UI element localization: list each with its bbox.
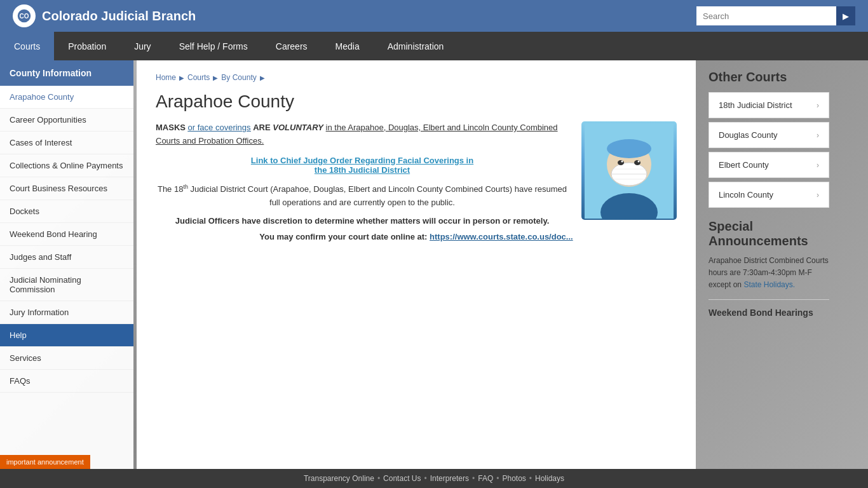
search-input[interactable] [696, 6, 836, 25]
logo-icon: CO [13, 4, 36, 27]
footer-bar: Transparency Online • Contact Us • Inter… [0, 469, 868, 488]
sidebar-item-weekend-bond[interactable]: Weekend Bond Hearing [0, 223, 133, 246]
mask-illustration [581, 121, 677, 220]
breadcrumb-sep-3: ▶ [260, 74, 265, 81]
footer-sep-3: • [472, 474, 475, 483]
weekend-bond-hearings-title: Weekend Bond Hearings [709, 308, 829, 318]
footer-sep-1: • [377, 474, 380, 483]
site-title: Colorado Judicial Branch [42, 9, 196, 24]
colorado-seal-icon: CO [17, 8, 32, 24]
breadcrumb: Home ▶ Courts ▶ By County ▶ [156, 73, 677, 82]
sidebar-item-cases-of-interest[interactable]: Cases of Interest [0, 132, 133, 154]
nav-courts[interactable]: Courts [0, 32, 54, 60]
announcement-divider [709, 299, 829, 300]
right-sidebar: Other Courts 18th Judicial District › Do… [699, 60, 839, 469]
footer-sep-2: • [424, 474, 426, 483]
sidebar-item-arapahoe-county[interactable]: Arapahoe County [0, 86, 133, 109]
breadcrumb-sep-2: ▶ [213, 74, 218, 81]
main-nav: Courts Probation Jury Self Help / Forms … [0, 32, 868, 60]
footer-sep-5: • [529, 474, 532, 483]
nav-selfhelp[interactable]: Self Help / Forms [165, 32, 262, 60]
footer-contact-link[interactable]: Contact Us [383, 474, 421, 483]
sidebar-item-judges-staff[interactable]: Judges and Staff [0, 246, 133, 269]
page-title: Arapahoe County [156, 92, 677, 112]
court-item-douglas-county[interactable]: Douglas County › [709, 122, 829, 148]
breadcrumb-by-county[interactable]: By County [221, 73, 256, 82]
footer-photos-link[interactable]: Photos [502, 474, 526, 483]
sidebar-item-faqs[interactable]: FAQs [0, 370, 133, 393]
footer-faq-link[interactable]: FAQ [478, 474, 493, 483]
svg-point-12 [634, 160, 641, 165]
svg-point-11 [618, 160, 624, 165]
sidebar-item-court-business[interactable]: Court Business Resources [0, 177, 133, 200]
footer-holidays-link[interactable]: Holidays [535, 474, 564, 483]
court-item-label: 18th Judicial District [719, 100, 792, 110]
confirm-date-paragraph: You may confirm your court date online a… [156, 232, 677, 241]
search-bar: ▶ [696, 6, 855, 25]
court-item-elbert-county[interactable]: Elbert County › [709, 152, 829, 178]
sidebar-item-help[interactable]: Help [0, 324, 133, 347]
court-item-label: Douglas County [719, 130, 778, 140]
sidebar-item-jury-info[interactable]: Jury Information [0, 301, 133, 324]
sidebar-item-judicial-nominating[interactable]: Judicial Nominating Commission [0, 269, 133, 301]
sidebar-header: County Information [0, 60, 133, 86]
chevron-right-icon: › [817, 191, 819, 200]
left-sidebar: County Information Arapahoe County Caree… [0, 60, 133, 469]
sidebar-item-dockets[interactable]: Dockets [0, 200, 133, 223]
sidebar-item-services[interactable]: Services [0, 347, 133, 370]
court-item-18th-judicial[interactable]: 18th Judicial District › [709, 92, 829, 118]
nav-jury[interactable]: Jury [120, 32, 165, 60]
voluntary-label: VOLUNTARY [273, 123, 323, 132]
court-item-label: Elbert County [719, 160, 769, 170]
nav-administration[interactable]: Administration [374, 32, 458, 60]
nav-careers[interactable]: Careers [262, 32, 322, 60]
footer-interpreters-link[interactable]: Interpreters [430, 474, 469, 483]
court-item-label: Lincoln County [719, 190, 773, 200]
are-label: ARE [253, 123, 273, 132]
state-holidays-link[interactable]: State Holidays. [743, 280, 795, 289]
chevron-right-icon: › [817, 161, 819, 170]
page-layout: County Information Arapahoe County Caree… [0, 60, 868, 469]
nav-media[interactable]: Media [322, 32, 374, 60]
svg-point-5 [607, 139, 651, 158]
site-header: CO Colorado Judicial Branch ▶ [0, 0, 868, 32]
court-date-link[interactable]: https://www.courts.state.co.us/doc... [430, 232, 573, 241]
site-logo[interactable]: CO Colorado Judicial Branch [13, 4, 196, 27]
sidebar-item-collections-payments[interactable]: Collections & Online Payments [0, 154, 133, 177]
svg-point-13 [621, 160, 623, 162]
face-coverings-link[interactable]: or face coverings [188, 123, 251, 132]
breadcrumb-sep-1: ▶ [179, 74, 184, 81]
special-announcements-title: Special Announcements [709, 219, 829, 248]
sidebar-item-career-opportunities[interactable]: Career Opportunities [0, 109, 133, 132]
breadcrumb-courts[interactable]: Courts [187, 73, 210, 82]
breadcrumb-home[interactable]: Home [156, 73, 176, 82]
masks-label: MASKS [156, 123, 186, 132]
footer-sep-4: • [496, 474, 499, 483]
announcement-text: Arapahoe District Combined Courts hours … [709, 255, 829, 292]
svg-text:CO: CO [20, 13, 29, 20]
court-item-lincoln-county[interactable]: Lincoln County › [709, 182, 829, 208]
person-mask-svg [585, 123, 674, 219]
footer-transparency-link[interactable]: Transparency Online [304, 474, 374, 483]
main-content-area: Home ▶ Courts ▶ By County ▶ Arapahoe Cou… [137, 60, 696, 469]
nav-probation[interactable]: Probation [54, 32, 120, 60]
svg-point-14 [638, 160, 640, 162]
chevron-right-icon: › [817, 131, 819, 140]
search-button[interactable]: ▶ [836, 6, 855, 25]
other-courts-title: Other Courts [709, 70, 829, 85]
important-announcement-bar[interactable]: important announcement [0, 455, 90, 469]
chevron-right-icon: › [817, 101, 819, 110]
